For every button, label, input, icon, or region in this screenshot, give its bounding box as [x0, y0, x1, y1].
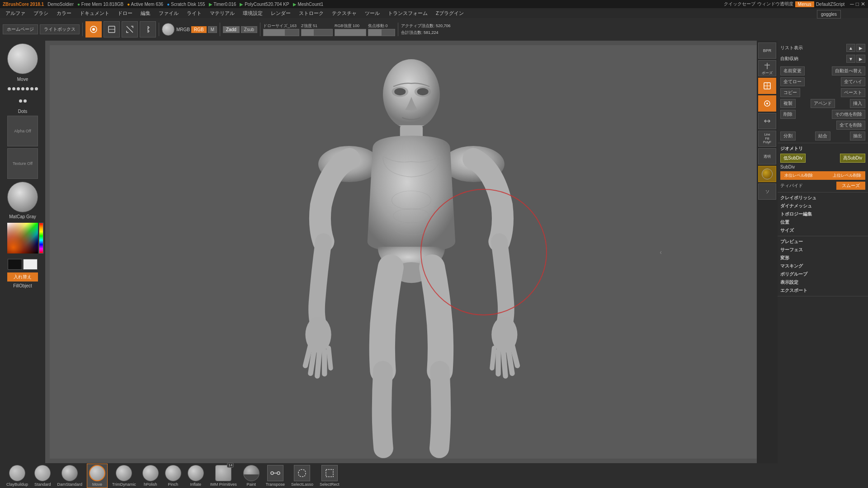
dots-preview[interactable] — [7, 84, 38, 106]
scroll-arrow[interactable]: ‹ — [660, 249, 662, 256]
rp-arrow-up[interactable]: ▲ — [846, 44, 855, 52]
color-picker-area[interactable] — [7, 223, 38, 253]
close-btn[interactable]: ✕ — [861, 1, 865, 7]
draw-size-slider[interactable] — [263, 29, 299, 36]
auto-replace-btn[interactable]: 自動並べ替え — [832, 66, 865, 75]
zsub-btn[interactable]: Zsub — [241, 26, 257, 33]
menu-edit[interactable]: 編集 — [137, 9, 154, 18]
export-btn[interactable]: エクスポート — [780, 286, 865, 295]
surface-btn[interactable]: サーフェス — [780, 246, 865, 254]
rp-arrow-right[interactable]: ▶ — [856, 44, 865, 52]
dynamesh-btn[interactable]: ダイナメッシュ — [780, 202, 865, 210]
maximize-btn[interactable]: □ — [856, 1, 859, 7]
white-swatch[interactable] — [23, 259, 38, 270]
size-btn[interactable]: サイズ — [780, 226, 865, 235]
zscript-btn[interactable]: DefaultZScript — [816, 2, 844, 7]
preview-btn[interactable]: プレビュー — [780, 238, 865, 246]
menu-transform[interactable]: トランスフォーム — [384, 9, 431, 18]
linefill-btn[interactable]: Line Fill PolyF — [758, 131, 776, 147]
pose-btn[interactable]: ポーズ — [758, 60, 776, 76]
menus-btn[interactable]: Menus — [795, 1, 814, 7]
deform-btn[interactable]: 変形 — [780, 254, 865, 262]
merge-btn[interactable]: 結合 — [815, 131, 830, 141]
brush-item-selectlasso[interactable]: SelectLasso — [289, 464, 315, 488]
menu-light[interactable]: ライト — [183, 9, 205, 18]
matcap-box[interactable] — [7, 182, 38, 212]
menu-color[interactable]: カラー — [53, 9, 75, 18]
menu-draw[interactable]: ドロー — [114, 9, 136, 18]
window-transparent-btn[interactable]: ウィンドウ透明度 — [757, 1, 793, 7]
display-settings-btn[interactable]: 表示設定 — [780, 278, 865, 286]
rotate-btn[interactable] — [758, 95, 776, 112]
brush-item-claybuildup[interactable]: ClayBuildup — [5, 464, 30, 488]
rgb-btn[interactable]: RGB — [191, 26, 207, 33]
menu-file[interactable]: ファイル — [155, 9, 182, 18]
duplicate-btn[interactable]: 複製 — [780, 99, 796, 108]
lightbox-btn[interactable]: ライトボックス — [40, 24, 80, 34]
edit-mode-btn[interactable] — [104, 21, 120, 38]
geometry-title[interactable]: ジオメトリ — [780, 145, 865, 153]
paste-btn[interactable]: ペースト — [841, 88, 865, 97]
position-btn[interactable]: 位置 — [780, 218, 865, 226]
del-lower-btn[interactable]: 水位レベル削除 — [782, 172, 816, 179]
alpha-box[interactable]: Alpha Off — [7, 116, 38, 146]
split-btn[interactable]: 分割 — [780, 131, 796, 141]
rp-arrow-down[interactable]: ▼ — [846, 55, 855, 63]
focal-shift-slider[interactable] — [368, 29, 395, 36]
brush-item-pinch[interactable]: Pinch — [163, 464, 183, 488]
menu-preferences[interactable]: 環境設定 — [239, 9, 266, 18]
draw-mode-btn[interactable] — [85, 21, 102, 38]
brush-preview[interactable] — [7, 43, 38, 74]
extract-btn[interactable]: 抽出 — [850, 131, 865, 141]
brush-item-imm[interactable]: 14 IMM Primitives — [208, 464, 239, 488]
delete-all-btn[interactable]: 全てを削除 — [836, 121, 865, 130]
quicksave-btn[interactable]: クイックセーブ — [724, 1, 755, 7]
scale-btn[interactable] — [122, 21, 138, 38]
menu-stroke[interactable]: ストローク — [295, 9, 327, 18]
goggles-widget[interactable]: goggles — [817, 10, 841, 19]
material-sphere-btn[interactable] — [758, 166, 776, 182]
auto-save-btn[interactable]: 自動収納 — [780, 56, 798, 62]
active-color-dot[interactable] — [162, 23, 175, 36]
zadd-btn[interactable]: Zadd — [223, 26, 240, 33]
menu-tool[interactable]: ツール — [361, 9, 383, 18]
delete-btn[interactable]: 削除 — [780, 110, 796, 119]
brush-item-move[interactable]: Move — [87, 464, 108, 488]
sub-subdiv-btn[interactable]: 低SubDiv — [780, 154, 806, 163]
clay-polish-btn[interactable]: クレイポリッシュ — [780, 194, 865, 202]
divide-label[interactable]: ティバイド — [780, 183, 803, 189]
brush-item-standard[interactable]: Standard — [33, 464, 53, 488]
brush-item-paint[interactable]: Paint — [241, 464, 261, 488]
menu-document[interactable]: ドキュメント — [76, 9, 113, 18]
topology-edit-btn[interactable]: トポロジー編集 — [780, 210, 865, 218]
polygroup-btn[interactable]: ポリグループ — [780, 270, 865, 278]
bpr-btn[interactable]: BPR — [758, 42, 776, 59]
menu-brush[interactable]: ブラシ — [30, 9, 52, 18]
add-higher-btn[interactable]: 上位レベル削除 — [830, 172, 864, 179]
brush-item-selectrect[interactable]: SelectRect — [318, 464, 341, 488]
smooth-btn[interactable]: スムーズ — [836, 182, 865, 190]
menu-alpha[interactable]: アルファ — [2, 9, 29, 18]
rp-arrow-right2[interactable]: ▶ — [856, 55, 865, 63]
insert-btn[interactable]: 挿入 — [850, 99, 865, 108]
menu-render[interactable]: レンダー — [267, 9, 294, 18]
append-btn[interactable]: アペンド — [811, 99, 835, 108]
all-low-btn[interactable]: 全てロー — [780, 77, 805, 86]
texture-box[interactable]: Texture Off — [7, 148, 38, 179]
transparent-btn[interactable]: 透明 — [758, 148, 776, 164]
scale-tool-btn[interactable] — [758, 113, 776, 129]
swap-btn[interactable]: 入れ替え — [7, 272, 38, 282]
brush-item-inflate[interactable]: Inflate — [186, 464, 206, 488]
menu-texture[interactable]: テクスチャ — [328, 9, 360, 18]
window-controls[interactable]: ─ □ ✕ — [850, 1, 865, 7]
m-btn[interactable]: M — [208, 26, 217, 33]
rename-btn[interactable]: 名前変更 — [780, 66, 805, 75]
list-view-btn[interactable]: リスト表示 — [780, 45, 803, 51]
copy-btn[interactable]: コピー — [780, 88, 800, 97]
menu-zplugin[interactable]: Zプラグイン — [432, 9, 467, 18]
minimize-btn[interactable]: ─ — [850, 1, 854, 7]
rgb-intensity-slider[interactable] — [335, 29, 366, 36]
add-subdiv-btn[interactable]: 高SubDiv — [840, 154, 865, 163]
brush-item-trimdynamic[interactable]: TrimDynamic — [110, 464, 138, 488]
top-view-btn[interactable] — [758, 78, 776, 94]
